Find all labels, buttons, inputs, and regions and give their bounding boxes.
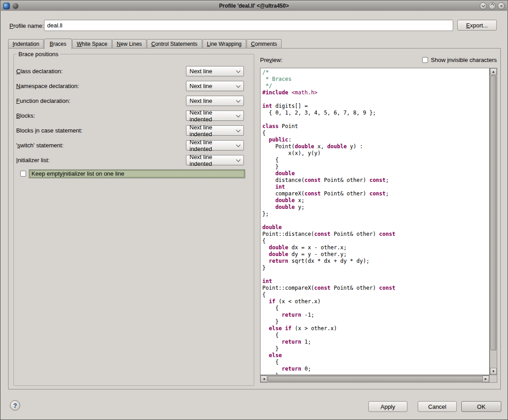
- row-switch-statement: 'switch' statement: Next line indented: [14, 140, 254, 150]
- chevron-up-icon: [490, 3, 494, 7]
- code-line: Point(double x, double y) :: [262, 143, 489, 150]
- combo-value: Next line indented: [190, 109, 236, 123]
- app-icon: [3, 3, 10, 9]
- window-menu-icon[interactable]: [13, 3, 18, 9]
- chevron-down-icon: [236, 143, 240, 147]
- code-preview[interactable]: /* * Braces */#include <math.h> int digi…: [260, 68, 490, 375]
- class-declaration-combo[interactable]: Next line: [186, 66, 244, 76]
- cancel-button[interactable]: Cancel: [418, 401, 457, 412]
- code-line: [262, 96, 489, 103]
- code-line: compareX(const Point& other) const;: [262, 190, 489, 197]
- code-line: * Braces: [262, 76, 489, 83]
- code-line: double dx = x - other.x;: [262, 244, 489, 251]
- combo-value: Next line: [190, 68, 212, 75]
- maximize-button[interactable]: [489, 2, 496, 9]
- tab-comments[interactable]: Comments: [247, 39, 282, 48]
- code-line: /*: [262, 69, 489, 76]
- apply-button[interactable]: Apply: [368, 401, 407, 412]
- titlebar[interactable]: Profile 'deal.ll' <@ultra450> ×: [1, 1, 507, 11]
- code-line: int: [262, 184, 489, 190]
- code-line: x(x), y(y): [262, 150, 489, 157]
- code-line: else: [262, 352, 489, 359]
- code-line: */: [262, 83, 489, 89]
- chevron-down-icon: [236, 114, 240, 118]
- tab-braces[interactable]: Braces: [44, 39, 71, 49]
- braces-tab-panel: Brace positions Class declaration: Next …: [8, 48, 501, 389]
- tab-indentation[interactable]: Indentation: [8, 39, 44, 48]
- tab-new-lines[interactable]: New Lines: [112, 39, 146, 48]
- vscroll-thumb[interactable]: [490, 75, 496, 350]
- code-line: else if (x > other.x): [262, 325, 489, 332]
- tab-white-space[interactable]: White Space: [72, 39, 112, 48]
- chevron-down-icon: [236, 84, 240, 88]
- code-line: }: [262, 345, 489, 352]
- initializer-list-combo[interactable]: Next line indented: [186, 155, 244, 165]
- code-line: }: [262, 164, 489, 170]
- ok-button[interactable]: OK: [461, 401, 501, 412]
- code-line: class Point: [262, 123, 489, 130]
- code-line: [262, 271, 489, 278]
- combo-value: Next line: [190, 97, 212, 104]
- code-line: {: [262, 130, 489, 137]
- code-line: distance(const Point& other) const;: [262, 177, 489, 184]
- row-blocks-case: Blocks in case statement: Next line inde…: [14, 125, 254, 136]
- row-namespace-declaration: Namespace declaration: Next line: [14, 81, 254, 91]
- code-line: {: [262, 332, 489, 339]
- group-title: Brace positions: [17, 51, 60, 57]
- row-class-declaration: Class declaration: Next line: [14, 66, 254, 76]
- blocks-label: Blocks:: [16, 112, 35, 119]
- code-line: {: [262, 305, 489, 312]
- scroll-up-button[interactable]: ▲: [490, 68, 497, 75]
- preview-hscrollbar[interactable]: ◄ ►: [260, 375, 490, 383]
- code-line: };: [262, 211, 489, 217]
- code-line: { 0, 1, 2, 3, 4, 5, 6, 7, 8, 9 };: [262, 110, 489, 116]
- code-line: Point::compareX(const Point& other) cons…: [262, 285, 489, 292]
- keep-empty-initializer-checkbox[interactable]: [20, 171, 26, 177]
- profile-name-input[interactable]: [44, 20, 453, 31]
- function-declaration-label: Function declaration:: [16, 97, 71, 104]
- tab-control-statements[interactable]: Control Statements: [147, 39, 202, 48]
- help-button[interactable]: ?: [10, 400, 20, 411]
- scroll-left-button[interactable]: ◄: [261, 376, 267, 382]
- scroll-down-button[interactable]: ▼: [490, 368, 497, 375]
- combo-value: Next line: [190, 83, 212, 89]
- combo-value: Next line indented: [190, 139, 236, 152]
- scrollbar-corner: [490, 375, 497, 383]
- namespace-declaration-label: Namespace declaration:: [16, 83, 79, 89]
- scroll-right-button[interactable]: ►: [482, 376, 489, 382]
- show-invisible-checkbox[interactable]: [422, 57, 428, 63]
- tab-bar: Indentation Braces White Space New Lines…: [8, 39, 282, 49]
- blocks-combo[interactable]: Next line indented: [186, 111, 244, 121]
- namespace-declaration-combo[interactable]: Next line: [186, 81, 244, 91]
- code-line: Point::distance(const Point& other) cons…: [262, 231, 489, 238]
- switch-statement-label: 'switch' statement:: [16, 142, 63, 149]
- row-initializer-list: Initializer list: Next line indented: [14, 155, 254, 165]
- hscroll-thumb[interactable]: [268, 376, 483, 382]
- chevron-down-icon: [481, 3, 485, 7]
- code-line: [262, 116, 489, 123]
- tab-line-wrapping[interactable]: Line Wrapping: [203, 39, 246, 48]
- code-line: return -1;: [262, 312, 489, 318]
- preview-header: Preview: Show invisible characters: [260, 56, 497, 63]
- preview-vscrollbar[interactable]: ▲ ▼: [490, 68, 497, 375]
- blocks-case-combo[interactable]: Next line indented: [186, 125, 244, 136]
- code-line: {: [262, 359, 489, 366]
- combo-value: Next line indented: [190, 124, 236, 137]
- keep-empty-initializer-label[interactable]: Keep empty initializer list on one line: [29, 169, 245, 178]
- minimize-button[interactable]: [480, 2, 487, 9]
- code-line: }: [262, 318, 489, 325]
- chevron-down-icon: [236, 99, 240, 103]
- close-icon: ×: [500, 4, 503, 9]
- code-line: return 0;: [262, 366, 489, 372]
- chevron-down-icon: [236, 158, 240, 162]
- close-button[interactable]: ×: [498, 2, 505, 9]
- code-line: #include <math.h>: [262, 89, 489, 96]
- show-invisible-label: Show invisible characters: [431, 57, 497, 63]
- switch-statement-combo[interactable]: Next line indented: [186, 140, 244, 150]
- export-button[interactable]: Export...: [457, 20, 497, 31]
- function-declaration-combo[interactable]: Next line: [186, 96, 244, 106]
- code-line: [262, 217, 489, 224]
- code-line: return 1;: [262, 339, 489, 345]
- code-line: int: [262, 278, 489, 285]
- code-line: double: [262, 224, 489, 231]
